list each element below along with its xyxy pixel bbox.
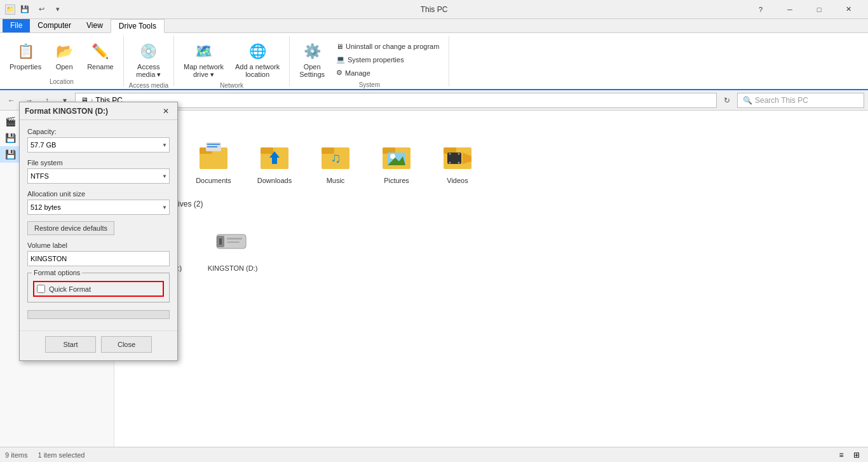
- tab-file[interactable]: File: [3, 18, 30, 32]
- quick-format-row: Quick Format: [33, 281, 164, 297]
- ribbon: 📋 Properties 📂 Open ✏️ Rename Location 💿…: [0, 33, 868, 90]
- videos-folder-icon: [438, 136, 477, 174]
- capacity-select[interactable]: 57.7 GB: [27, 137, 170, 153]
- volume-label-label: Volume label: [27, 241, 170, 249]
- dialog-footer: Start Close: [20, 330, 177, 360]
- manage-icon: ⚙: [336, 69, 342, 77]
- svg-rect-36: [219, 238, 222, 245]
- content-area: Folders (7) Desktop: [114, 111, 868, 447]
- refresh-button[interactable]: ↻: [719, 93, 735, 108]
- ribbon-tabs: File Computer View Drive Tools: [0, 19, 868, 33]
- details-view-button[interactable]: ≡: [835, 449, 848, 461]
- file-system-select[interactable]: NTFS: [27, 168, 170, 184]
- dialog-title: Format KINGSTON (D:): [25, 107, 108, 116]
- allocation-select[interactable]: 512 bytes: [27, 200, 170, 215]
- drives-section-title: Devices and drives (2): [127, 200, 855, 210]
- folder-pictures[interactable]: Pictures: [371, 133, 422, 187]
- settings-icon: ⚙️: [302, 41, 322, 62]
- map-drive-icon: 🗺️: [193, 41, 214, 62]
- format-dialog: Format KINGSTON (D:) ✕ Capacity: 57.7 GB…: [19, 102, 178, 361]
- svg-rect-37: [227, 238, 242, 240]
- folder-music[interactable]: ♫ Music: [310, 133, 361, 187]
- add-location-button[interactable]: 🌐 Add a networklocation: [231, 38, 284, 81]
- undo-qat-button[interactable]: ↩: [34, 3, 48, 17]
- svg-text:♫: ♫: [330, 150, 341, 166]
- svg-rect-7: [207, 146, 217, 147]
- add-location-icon: 🌐: [247, 41, 268, 62]
- folder-videos[interactable]: Videos: [432, 133, 483, 187]
- search-box[interactable]: 🔍 Search This PC: [737, 93, 864, 108]
- window-title: This PC: [421, 5, 448, 14]
- tab-computer[interactable]: Computer: [30, 18, 79, 32]
- close-button[interactable]: ✕: [834, 0, 863, 19]
- large-icons-view-button[interactable]: ⊞: [850, 449, 863, 461]
- back-button[interactable]: ←: [4, 93, 19, 108]
- title-bar: 📁 💾 ↩ ▾ This PC ? ─ □ ✕: [0, 0, 868, 19]
- system-props-button[interactable]: 💻 System properties: [332, 53, 444, 65]
- rename-button[interactable]: ✏️ Rename: [83, 38, 118, 74]
- folders-grid: Desktop Documents: [127, 133, 855, 187]
- ribbon-group-location: 📋 Properties 📂 Open ✏️ Rename Location: [0, 36, 124, 86]
- map-drive-button[interactable]: 🗺️ Map networkdrive ▾: [179, 38, 228, 82]
- volume-label-input[interactable]: [27, 251, 170, 266]
- start-button[interactable]: Start: [45, 336, 96, 353]
- save-qat-button[interactable]: 💾: [18, 3, 32, 17]
- folder-downloads[interactable]: Downloads: [249, 133, 300, 187]
- help-button[interactable]: ?: [746, 0, 775, 19]
- kingston-icon: 💾: [5, 149, 15, 160]
- dialog-close-footer-button[interactable]: Close: [101, 336, 152, 353]
- allocation-label: Allocation unit size: [27, 190, 170, 198]
- volume-label-group: Volume label: [27, 241, 170, 266]
- documents-icon: [194, 136, 233, 174]
- folder-documents[interactable]: Documents: [188, 133, 239, 187]
- downloads-icon: [255, 136, 294, 174]
- uninstall-button[interactable]: 🖥 Uninstall or change a program: [332, 41, 444, 52]
- view-controls: ≡ ⊞: [835, 449, 863, 461]
- status-bar: 9 items 1 item selected ≡ ⊞: [0, 447, 868, 462]
- allocation-group: Allocation unit size 512 bytes ▼: [27, 190, 170, 215]
- dialog-close-button[interactable]: ✕: [159, 105, 172, 118]
- network-label: Network: [220, 82, 243, 90]
- minimize-button[interactable]: ─: [775, 0, 804, 19]
- open-settings-button[interactable]: ⚙️ OpenSettings: [295, 38, 329, 81]
- system-label: System: [359, 81, 380, 90]
- svg-point-26: [458, 162, 460, 164]
- properties-icon: 📋: [15, 41, 36, 62]
- drive-kingston-d[interactable]: KINGSTON (D:): [201, 215, 264, 275]
- search-icon: 🔍: [743, 96, 752, 105]
- ribbon-group-system: ⚙️ OpenSettings 🖥 Uninstall or change a …: [290, 36, 449, 86]
- kingston-d-label: KINGSTON (D:): [208, 264, 258, 272]
- capacity-group: Capacity: 57.7 GB ▼: [27, 128, 170, 153]
- progress-bar: [27, 310, 170, 319]
- videos-sidebar-icon: 🎬: [5, 116, 15, 126]
- tab-drive-tools[interactable]: Drive Tools: [111, 19, 165, 33]
- restore-defaults-button[interactable]: Restore device defaults: [27, 221, 114, 235]
- access-media-label: Access media: [129, 82, 168, 90]
- videos-label: Videos: [447, 177, 468, 184]
- dialog-title-bar: Format KINGSTON (D:) ✕: [20, 102, 177, 120]
- tab-view[interactable]: View: [79, 18, 111, 32]
- svg-point-25: [458, 153, 460, 155]
- format-options-legend: Format options: [32, 269, 82, 276]
- svg-rect-6: [207, 144, 220, 145]
- format-options-group: Format options Quick Format: [27, 273, 170, 302]
- window-controls: ? ─ □ ✕: [746, 0, 863, 19]
- quick-format-checkbox[interactable]: [37, 285, 45, 293]
- selection-count: 1 item selected: [37, 451, 85, 459]
- music-label: Music: [327, 177, 345, 184]
- access-media-icon: 💿: [139, 41, 159, 62]
- rename-icon: ✏️: [90, 41, 111, 62]
- access-media-button[interactable]: 💿 Accessmedia ▾: [132, 38, 165, 82]
- drives-grid: Local Disk (C:) KINGSTON (D:): [127, 215, 855, 275]
- customize-qat-button[interactable]: ▾: [51, 3, 65, 17]
- open-button[interactable]: 📂 Open: [48, 38, 80, 74]
- properties-button[interactable]: 📋 Properties: [5, 38, 46, 74]
- maximize-button[interactable]: □: [804, 0, 834, 19]
- search-placeholder: Search This PC: [755, 96, 808, 105]
- progress-area: [27, 310, 170, 319]
- dialog-content: Capacity: 57.7 GB ▼ File system NTFS ▼: [20, 120, 177, 330]
- ribbon-group-access-media: 💿 Accessmedia ▾ Access media: [124, 36, 174, 86]
- restore-label: Restore device defaults: [34, 224, 107, 232]
- quick-format-label[interactable]: Quick Format: [49, 285, 91, 293]
- manage-button[interactable]: ⚙ Manage: [332, 67, 444, 79]
